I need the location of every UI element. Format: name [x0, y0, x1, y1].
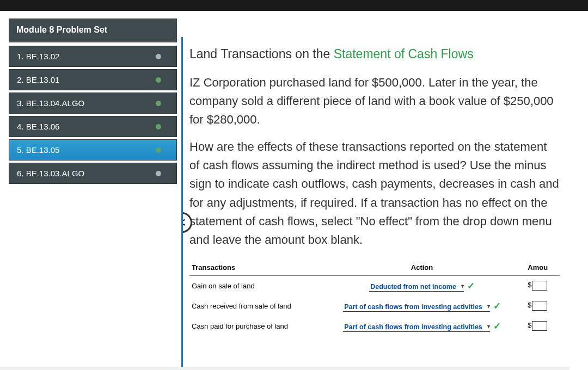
currency-symbol: $	[528, 301, 531, 310]
col-amount: Amou	[525, 260, 560, 275]
amount-input[interactable]	[532, 301, 547, 311]
sidebar-item-label: 5. BE.13.05	[17, 145, 59, 155]
question-title: Land Transactions on the Statement of Ca…	[189, 47, 560, 61]
status-dot-icon	[156, 77, 161, 83]
txn-label: Cash paid for purchase of land	[189, 316, 322, 336]
col-action: Action	[322, 260, 525, 275]
title-link[interactable]: Statement of Cash Flows	[334, 47, 474, 61]
currency-symbol: $	[528, 281, 531, 289]
check-icon: ✓	[493, 301, 501, 311]
status-dot-icon	[156, 54, 161, 59]
module-header: Module 8 Problem Set	[9, 18, 177, 42]
main-container: Module 8 Problem Set 1. BE.13.022. BE.13…	[0, 11, 588, 367]
currency-symbol: $	[528, 322, 531, 330]
col-transactions: Transactions	[189, 260, 322, 275]
txn-label: Cash received from sale of land	[189, 296, 322, 316]
action-select[interactable]: Deducted from net income	[369, 283, 464, 292]
title-prefix: Land Transactions on the	[189, 47, 334, 61]
check-icon: ✓	[493, 321, 501, 331]
question-instructions: How are the effects of these transaction…	[189, 138, 560, 249]
action-select[interactable]: Part of cash flows from investing activi…	[343, 323, 490, 332]
sidebar-item-label: 3. BE.13.04.ALGO	[17, 98, 84, 108]
status-dot-icon	[156, 147, 161, 153]
sidebar-item-label: 6. BE.13.03.ALGO	[17, 169, 84, 178]
question-content: < Land Transactions on the Statement of …	[181, 37, 569, 367]
answer-table: Transactions Action Amou Gain on sale of…	[189, 260, 560, 336]
table-row: Cash paid for purchase of landPart of ca…	[189, 316, 560, 336]
table-row: Cash received from sale of landPart of c…	[189, 296, 560, 316]
sidebar-item-2[interactable]: 2. BE.13.01	[9, 69, 177, 90]
amount-input[interactable]	[532, 281, 547, 291]
window-topbar	[0, 0, 588, 11]
sidebar-item-1[interactable]: 1. BE.13.02	[9, 46, 177, 67]
sidebar: Module 8 Problem Set 1. BE.13.022. BE.13…	[4, 15, 181, 367]
question-scenario: IZ Corporation purchased land for $500,0…	[189, 73, 560, 129]
check-icon: ✓	[467, 281, 475, 291]
sidebar-item-label: 1. BE.13.02	[17, 52, 59, 61]
action-select[interactable]: Part of cash flows from investing activi…	[343, 303, 490, 312]
status-dot-icon	[156, 171, 161, 176]
sidebar-item-6[interactable]: 6. BE.13.03.ALGO	[9, 163, 177, 184]
txn-label: Gain on sale of land	[189, 275, 322, 296]
sidebar-item-3[interactable]: 3. BE.13.04.ALGO	[9, 92, 177, 114]
status-dot-icon	[156, 124, 161, 130]
table-row: Gain on sale of landDeducted from net in…	[189, 275, 560, 296]
sidebar-item-5[interactable]: 5. BE.13.05	[9, 139, 177, 161]
amount-input[interactable]	[532, 321, 547, 331]
status-dot-icon	[156, 101, 161, 106]
sidebar-item-4[interactable]: 4. BE.13.06	[9, 116, 177, 137]
sidebar-item-label: 4. BE.13.06	[17, 122, 59, 131]
chevron-left-icon: <	[181, 215, 185, 230]
sidebar-item-label: 2. BE.13.01	[17, 75, 59, 84]
